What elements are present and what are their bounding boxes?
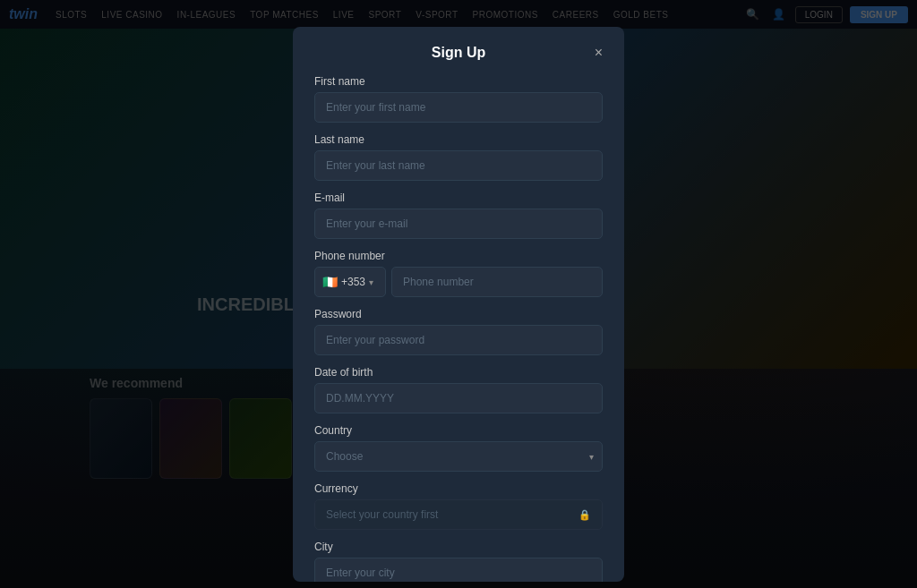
country-label: Country	[314, 424, 603, 437]
dob-input[interactable]	[314, 383, 603, 413]
country-select-wrapper: Choose Ireland United Kingdom Germany Fr…	[314, 441, 603, 472]
email-input[interactable]	[314, 209, 603, 239]
password-input[interactable]	[314, 325, 603, 355]
email-group: E-mail	[314, 192, 603, 239]
first-name-input[interactable]	[314, 92, 603, 123]
phone-label: Phone number	[314, 250, 603, 262]
chevron-down-icon: ▾	[369, 277, 373, 287]
close-button[interactable]: ×	[595, 46, 603, 60]
currency-label: Currency	[314, 482, 603, 495]
dob-label: Date of birth	[314, 366, 603, 379]
signup-modal: Sign Up × First name Last name E-mail Ph…	[293, 27, 624, 582]
first-name-group: First name	[314, 75, 603, 123]
phone-number-input[interactable]	[391, 267, 603, 297]
modal-header: Sign Up ×	[314, 45, 603, 61]
country-group: Country Choose Ireland United Kingdom Ge…	[314, 424, 603, 472]
password-group: Password	[314, 308, 603, 355]
last-name-label: Last name	[314, 133, 603, 146]
modal-title: Sign Up	[432, 45, 485, 61]
lock-icon: 🔒	[578, 509, 591, 521]
country-select[interactable]: Choose Ireland United Kingdom Germany Fr…	[314, 441, 603, 472]
phone-group: Phone number 🇮🇪 +353 ▾	[314, 250, 603, 297]
email-label: E-mail	[314, 192, 603, 204]
first-name-label: First name	[314, 75, 603, 88]
dob-group: Date of birth	[314, 366, 603, 413]
city-group: City	[314, 541, 603, 582]
country-flag: 🇮🇪	[322, 276, 338, 288]
city-label: City	[314, 541, 603, 553]
country-code: +353	[341, 276, 365, 288]
password-label: Password	[314, 308, 603, 320]
city-input[interactable]	[314, 558, 603, 582]
phone-country-selector[interactable]: 🇮🇪 +353 ▾	[314, 267, 386, 297]
last-name-input[interactable]	[314, 150, 603, 181]
phone-row: 🇮🇪 +353 ▾	[314, 267, 603, 297]
currency-placeholder: Select your country first	[326, 508, 438, 521]
currency-field: Select your country first 🔒	[314, 499, 603, 530]
last-name-group: Last name	[314, 133, 603, 181]
currency-group: Currency Select your country first 🔒	[314, 482, 603, 530]
